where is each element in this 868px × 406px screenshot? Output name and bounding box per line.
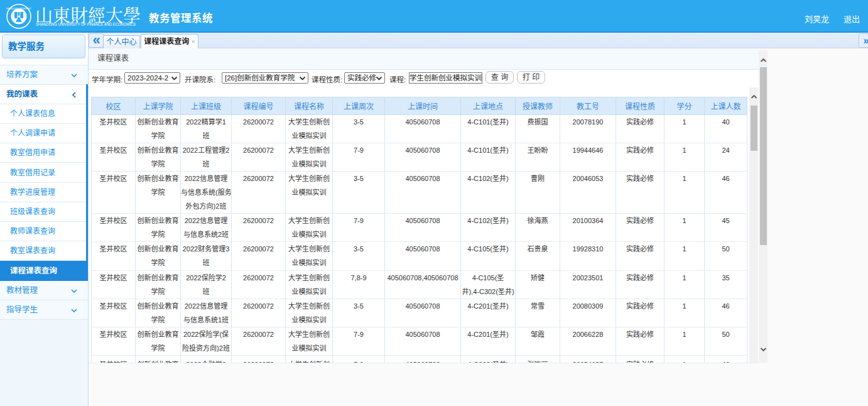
svg-text:SHANDONG UNIVERSITY: SHANDONG UNIVERSITY <box>6 8 31 10</box>
